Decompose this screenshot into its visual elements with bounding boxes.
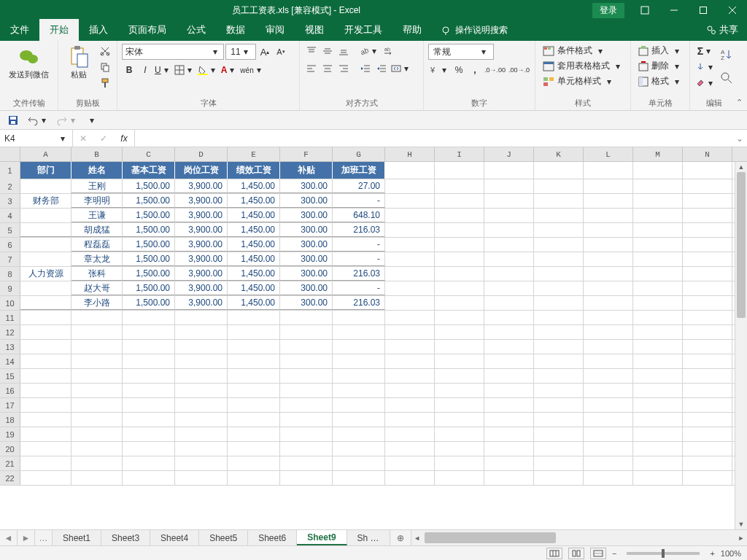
cell[interactable] — [385, 325, 435, 339]
cell[interactable]: 3,900.00 — [175, 252, 228, 266]
cell[interactable] — [633, 281, 683, 295]
cell[interactable] — [123, 413, 175, 427]
cell[interactable] — [435, 442, 484, 456]
cell[interactable] — [484, 281, 534, 295]
cell[interactable]: 1,450.00 — [228, 179, 280, 193]
cell[interactable] — [534, 194, 584, 208]
row-header[interactable]: 10 — [0, 296, 20, 310]
cell[interactable]: 27.00 — [333, 179, 385, 193]
col-header[interactable]: J — [484, 147, 534, 161]
cell[interactable] — [71, 384, 123, 397]
login-button[interactable]: 登录 — [592, 3, 624, 18]
cell[interactable]: 1,450.00 — [228, 252, 280, 266]
cell[interactable] — [175, 354, 228, 368]
border-button[interactable]: ▾ — [174, 63, 196, 77]
cell[interactable] — [484, 398, 534, 412]
cell[interactable] — [71, 354, 123, 368]
cell[interactable] — [20, 354, 71, 368]
cell[interactable] — [71, 340, 123, 354]
cell[interactable] — [20, 223, 71, 237]
cell[interactable] — [633, 398, 683, 412]
cell[interactable] — [633, 384, 683, 397]
cell[interactable] — [20, 179, 71, 193]
cell[interactable] — [123, 384, 175, 397]
cell[interactable] — [633, 267, 683, 281]
cell[interactable]: 216.03 — [333, 296, 385, 310]
row-header[interactable]: 21 — [0, 456, 20, 470]
cell[interactable] — [385, 223, 435, 237]
cell[interactable]: 1,450.00 — [228, 238, 280, 252]
cell[interactable] — [683, 267, 732, 281]
expand-formula-bar-button[interactable]: ⌄ — [732, 130, 747, 147]
cell[interactable] — [683, 296, 732, 310]
view-normal-button[interactable] — [546, 548, 562, 559]
cell[interactable] — [633, 179, 683, 193]
decrease-decimal-button[interactable]: .00→.0 — [508, 63, 530, 77]
qat-customize-button[interactable]: ▾ — [85, 113, 99, 128]
increase-indent-button[interactable] — [374, 61, 389, 76]
cell[interactable] — [123, 456, 175, 470]
cell[interactable]: 1,450.00 — [228, 281, 280, 295]
col-header[interactable]: H — [385, 147, 435, 161]
cell[interactable]: 3,900.00 — [175, 194, 228, 208]
cell[interactable] — [20, 369, 71, 383]
cell[interactable] — [20, 442, 71, 456]
cell[interactable]: 李明明 — [71, 194, 123, 208]
cell[interactable] — [71, 398, 123, 412]
cell[interactable] — [123, 354, 175, 368]
row-header[interactable]: 12 — [0, 325, 20, 339]
cell[interactable] — [71, 311, 123, 324]
cell[interactable] — [71, 413, 123, 427]
cell[interactable] — [584, 354, 633, 368]
row-header[interactable]: 22 — [0, 471, 20, 485]
cancel-formula-button[interactable]: ✕ — [73, 130, 93, 147]
cell[interactable] — [534, 427, 584, 441]
cell[interactable] — [228, 340, 280, 354]
cell[interactable]: 1,500.00 — [123, 209, 175, 222]
cell[interactable] — [584, 311, 633, 324]
cell[interactable]: 1,500.00 — [123, 223, 175, 237]
cell[interactable] — [435, 252, 484, 266]
cell[interactable]: 1,450.00 — [228, 209, 280, 222]
close-button[interactable] — [718, 0, 747, 20]
cell[interactable] — [228, 325, 280, 339]
tab-insert[interactable]: 插入 — [79, 19, 118, 41]
cell[interactable] — [683, 471, 732, 485]
cell[interactable] — [333, 354, 385, 368]
cell[interactable] — [683, 442, 732, 456]
cell[interactable] — [435, 398, 484, 412]
cell[interactable] — [683, 179, 732, 193]
cell[interactable] — [534, 384, 584, 397]
cell[interactable] — [280, 354, 333, 368]
cell[interactable]: 1,500.00 — [123, 194, 175, 208]
cell[interactable] — [484, 413, 534, 427]
cell[interactable] — [385, 311, 435, 324]
cell[interactable] — [633, 340, 683, 354]
cell[interactable] — [584, 340, 633, 354]
sheet-tab[interactable]: Sh … — [347, 530, 390, 545]
cell[interactable] — [333, 369, 385, 383]
cell[interactable] — [20, 413, 71, 427]
cell[interactable]: 3,900.00 — [175, 179, 228, 193]
col-header[interactable]: A — [20, 147, 71, 161]
redo-button[interactable]: ▾ — [55, 113, 79, 128]
cell[interactable] — [280, 340, 333, 354]
cell[interactable] — [435, 427, 484, 441]
cell[interactable]: 300.00 — [280, 252, 333, 266]
col-header[interactable]: C — [123, 147, 175, 161]
cell[interactable]: 1,500.00 — [123, 267, 175, 281]
zoom-level[interactable]: 100% — [721, 549, 741, 558]
vertical-scrollbar[interactable]: ▲ ▼ — [735, 162, 747, 529]
tab-file[interactable]: 文件 — [0, 19, 39, 41]
cell[interactable] — [385, 209, 435, 222]
cell[interactable] — [175, 413, 228, 427]
cell[interactable] — [584, 398, 633, 412]
cell[interactable]: 1,500.00 — [123, 179, 175, 193]
cell[interactable]: 岗位工资 — [175, 162, 228, 179]
cell[interactable] — [484, 223, 534, 237]
cell[interactable] — [633, 162, 683, 179]
cell[interactable] — [333, 311, 385, 324]
cell[interactable] — [584, 267, 633, 281]
cell[interactable]: 1,450.00 — [228, 267, 280, 281]
cell[interactable] — [228, 456, 280, 470]
